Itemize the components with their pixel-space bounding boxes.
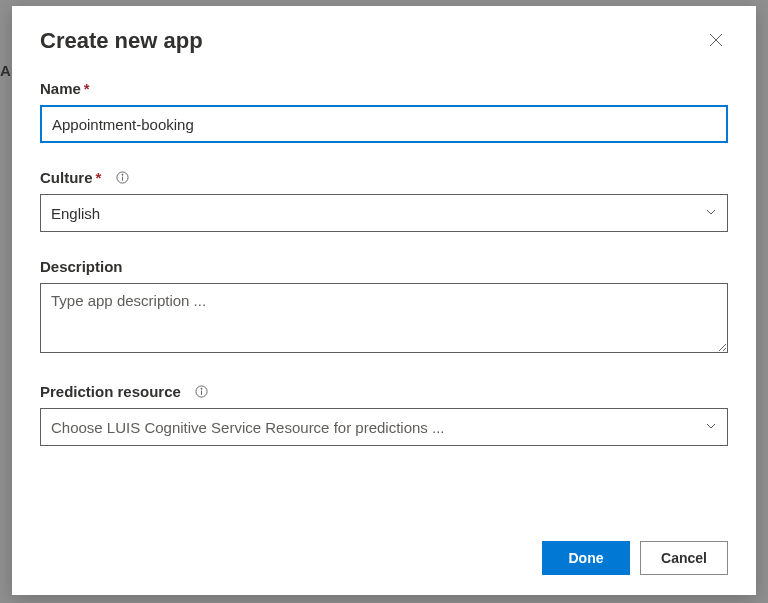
modal-footer: Done Cancel <box>12 525 756 595</box>
prediction-select[interactable]: Choose LUIS Cognitive Service Resource f… <box>40 408 728 446</box>
name-input[interactable] <box>40 105 728 143</box>
svg-point-3 <box>122 174 123 175</box>
culture-label: Culture * <box>40 169 728 186</box>
info-icon[interactable] <box>115 171 129 185</box>
close-icon <box>709 33 723 51</box>
description-field-group: Description <box>40 258 728 357</box>
prediction-label: Prediction resource <box>40 383 728 400</box>
info-icon[interactable] <box>195 385 209 399</box>
modal-header: Create new app <box>12 6 756 64</box>
description-textarea[interactable] <box>40 283 728 353</box>
required-indicator: * <box>84 80 90 97</box>
create-app-modal: Create new app Name * Culture * <box>12 6 756 595</box>
culture-field-group: Culture * English <box>40 169 728 232</box>
chevron-down-icon <box>705 204 717 222</box>
cancel-button[interactable]: Cancel <box>640 541 728 575</box>
name-field-group: Name * <box>40 80 728 143</box>
required-indicator: * <box>96 169 102 186</box>
culture-label-text: Culture <box>40 169 93 186</box>
culture-selected-value: English <box>51 205 100 222</box>
culture-select[interactable]: English <box>40 194 728 232</box>
chevron-down-icon <box>705 418 717 436</box>
description-label-text: Description <box>40 258 123 275</box>
done-button[interactable]: Done <box>542 541 630 575</box>
svg-point-6 <box>201 388 202 389</box>
close-button[interactable] <box>704 30 728 54</box>
prediction-label-text: Prediction resource <box>40 383 181 400</box>
description-label: Description <box>40 258 728 275</box>
background-letter: A <box>0 62 11 79</box>
prediction-field-group: Prediction resource Choose LUIS Cognitiv… <box>40 383 728 446</box>
name-label-text: Name <box>40 80 81 97</box>
name-label: Name * <box>40 80 728 97</box>
modal-title: Create new app <box>40 28 203 54</box>
prediction-placeholder: Choose LUIS Cognitive Service Resource f… <box>51 419 445 436</box>
modal-body: Name * Culture * English <box>12 64 756 525</box>
